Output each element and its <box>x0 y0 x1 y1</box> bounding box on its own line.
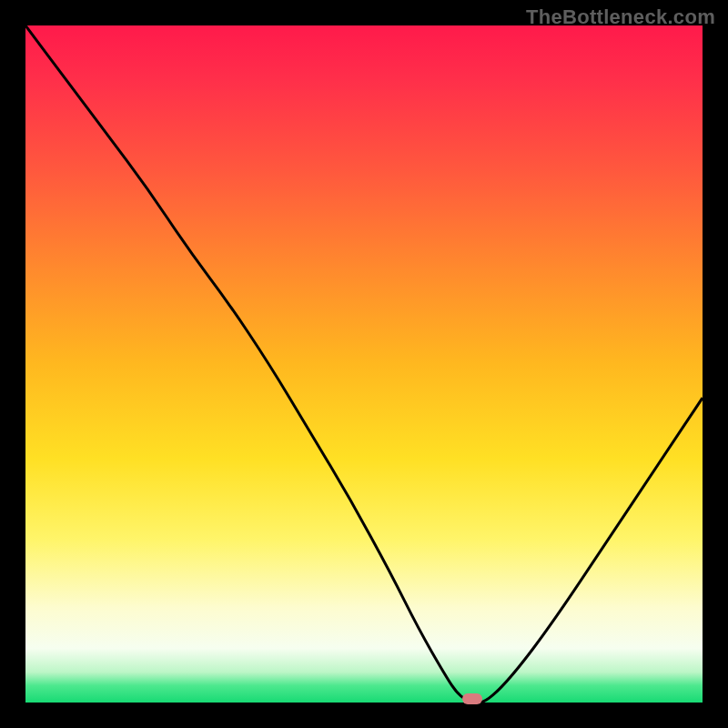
watermark-text: TheBottleneck.com <box>526 5 715 29</box>
optimum-marker <box>462 693 482 704</box>
gradient-background <box>25 25 703 703</box>
chart-frame: TheBottleneck.com <box>0 0 728 728</box>
